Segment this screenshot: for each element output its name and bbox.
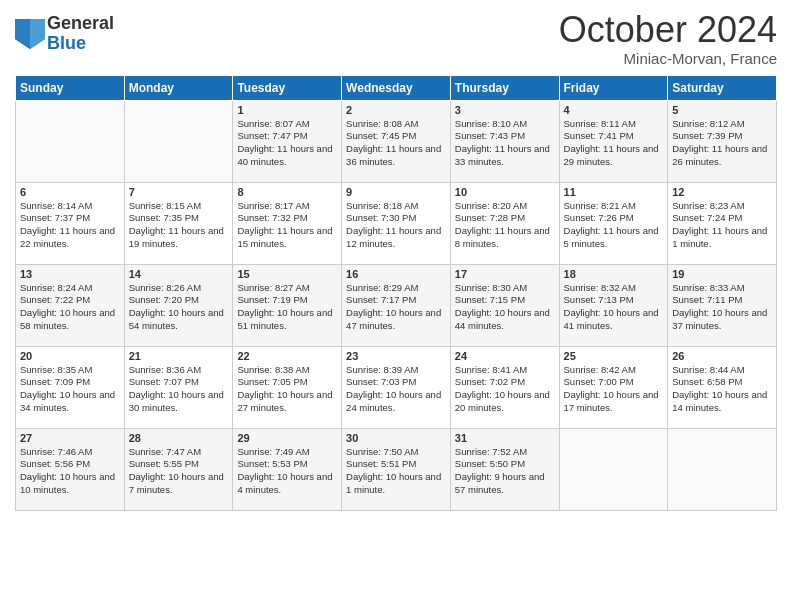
col-friday: Friday: [559, 75, 668, 100]
svg-marker-1: [30, 19, 45, 49]
cell-w0-d3: 2Sunrise: 8:08 AM Sunset: 7:45 PM Daylig…: [342, 100, 451, 182]
cell-info: Sunrise: 8:20 AM Sunset: 7:28 PM Dayligh…: [455, 200, 555, 251]
day-number: 30: [346, 432, 446, 444]
cell-info: Sunrise: 7:49 AM Sunset: 5:53 PM Dayligh…: [237, 446, 337, 497]
cell-info: Sunrise: 8:29 AM Sunset: 7:17 PM Dayligh…: [346, 282, 446, 333]
cell-info: Sunrise: 8:18 AM Sunset: 7:30 PM Dayligh…: [346, 200, 446, 251]
cell-info: Sunrise: 8:38 AM Sunset: 7:05 PM Dayligh…: [237, 364, 337, 415]
cell-w1-d3: 9Sunrise: 8:18 AM Sunset: 7:30 PM Daylig…: [342, 182, 451, 264]
cell-info: Sunrise: 8:14 AM Sunset: 7:37 PM Dayligh…: [20, 200, 120, 251]
cell-info: Sunrise: 8:41 AM Sunset: 7:02 PM Dayligh…: [455, 364, 555, 415]
header: General Blue October 2024 Miniac-Morvan,…: [15, 10, 777, 67]
cell-info: Sunrise: 8:10 AM Sunset: 7:43 PM Dayligh…: [455, 118, 555, 169]
cell-w3-d6: 26Sunrise: 8:44 AM Sunset: 6:58 PM Dayli…: [668, 346, 777, 428]
cell-w3-d2: 22Sunrise: 8:38 AM Sunset: 7:05 PM Dayli…: [233, 346, 342, 428]
cell-w1-d6: 12Sunrise: 8:23 AM Sunset: 7:24 PM Dayli…: [668, 182, 777, 264]
week-row-2: 13Sunrise: 8:24 AM Sunset: 7:22 PM Dayli…: [16, 264, 777, 346]
cell-info: Sunrise: 8:27 AM Sunset: 7:19 PM Dayligh…: [237, 282, 337, 333]
cell-info: Sunrise: 7:47 AM Sunset: 5:55 PM Dayligh…: [129, 446, 229, 497]
cell-info: Sunrise: 8:12 AM Sunset: 7:39 PM Dayligh…: [672, 118, 772, 169]
day-number: 22: [237, 350, 337, 362]
day-number: 16: [346, 268, 446, 280]
cell-info: Sunrise: 8:24 AM Sunset: 7:22 PM Dayligh…: [20, 282, 120, 333]
day-number: 28: [129, 432, 229, 444]
cell-info: Sunrise: 8:21 AM Sunset: 7:26 PM Dayligh…: [564, 200, 664, 251]
cell-w2-d6: 19Sunrise: 8:33 AM Sunset: 7:11 PM Dayli…: [668, 264, 777, 346]
col-monday: Monday: [124, 75, 233, 100]
day-number: 2: [346, 104, 446, 116]
day-number: 21: [129, 350, 229, 362]
cell-w0-d4: 3Sunrise: 8:10 AM Sunset: 7:43 PM Daylig…: [450, 100, 559, 182]
cell-w4-d3: 30Sunrise: 7:50 AM Sunset: 5:51 PM Dayli…: [342, 428, 451, 510]
day-number: 14: [129, 268, 229, 280]
cell-w1-d5: 11Sunrise: 8:21 AM Sunset: 7:26 PM Dayli…: [559, 182, 668, 264]
cell-info: Sunrise: 7:50 AM Sunset: 5:51 PM Dayligh…: [346, 446, 446, 497]
week-row-4: 27Sunrise: 7:46 AM Sunset: 5:56 PM Dayli…: [16, 428, 777, 510]
cell-w2-d3: 16Sunrise: 8:29 AM Sunset: 7:17 PM Dayli…: [342, 264, 451, 346]
week-row-1: 6Sunrise: 8:14 AM Sunset: 7:37 PM Daylig…: [16, 182, 777, 264]
svg-marker-2: [15, 19, 30, 49]
day-number: 25: [564, 350, 664, 362]
header-row: Sunday Monday Tuesday Wednesday Thursday…: [16, 75, 777, 100]
cell-info: Sunrise: 8:17 AM Sunset: 7:32 PM Dayligh…: [237, 200, 337, 251]
day-number: 3: [455, 104, 555, 116]
cell-w1-d1: 7Sunrise: 8:15 AM Sunset: 7:35 PM Daylig…: [124, 182, 233, 264]
cell-w2-d2: 15Sunrise: 8:27 AM Sunset: 7:19 PM Dayli…: [233, 264, 342, 346]
cell-info: Sunrise: 8:26 AM Sunset: 7:20 PM Dayligh…: [129, 282, 229, 333]
day-number: 31: [455, 432, 555, 444]
cell-w4-d6: [668, 428, 777, 510]
day-number: 12: [672, 186, 772, 198]
day-number: 23: [346, 350, 446, 362]
day-number: 18: [564, 268, 664, 280]
cell-info: Sunrise: 7:52 AM Sunset: 5:50 PM Dayligh…: [455, 446, 555, 497]
cell-info: Sunrise: 8:42 AM Sunset: 7:00 PM Dayligh…: [564, 364, 664, 415]
cell-w2-d5: 18Sunrise: 8:32 AM Sunset: 7:13 PM Dayli…: [559, 264, 668, 346]
cell-w1-d4: 10Sunrise: 8:20 AM Sunset: 7:28 PM Dayli…: [450, 182, 559, 264]
location-subtitle: Miniac-Morvan, France: [559, 50, 777, 67]
col-sunday: Sunday: [16, 75, 125, 100]
cell-info: Sunrise: 8:23 AM Sunset: 7:24 PM Dayligh…: [672, 200, 772, 251]
cell-w2-d0: 13Sunrise: 8:24 AM Sunset: 7:22 PM Dayli…: [16, 264, 125, 346]
day-number: 4: [564, 104, 664, 116]
calendar-table: Sunday Monday Tuesday Wednesday Thursday…: [15, 75, 777, 511]
day-number: 27: [20, 432, 120, 444]
cell-info: Sunrise: 7:46 AM Sunset: 5:56 PM Dayligh…: [20, 446, 120, 497]
logo-blue-text: Blue: [47, 34, 114, 54]
cell-info: Sunrise: 8:44 AM Sunset: 6:58 PM Dayligh…: [672, 364, 772, 415]
cell-w0-d0: [16, 100, 125, 182]
cell-w4-d4: 31Sunrise: 7:52 AM Sunset: 5:50 PM Dayli…: [450, 428, 559, 510]
cell-w4-d2: 29Sunrise: 7:49 AM Sunset: 5:53 PM Dayli…: [233, 428, 342, 510]
day-number: 5: [672, 104, 772, 116]
cell-info: Sunrise: 8:30 AM Sunset: 7:15 PM Dayligh…: [455, 282, 555, 333]
cell-info: Sunrise: 8:35 AM Sunset: 7:09 PM Dayligh…: [20, 364, 120, 415]
day-number: 1: [237, 104, 337, 116]
cell-info: Sunrise: 8:07 AM Sunset: 7:47 PM Dayligh…: [237, 118, 337, 169]
day-number: 26: [672, 350, 772, 362]
day-number: 11: [564, 186, 664, 198]
col-wednesday: Wednesday: [342, 75, 451, 100]
cell-w4-d5: [559, 428, 668, 510]
cell-w3-d5: 25Sunrise: 8:42 AM Sunset: 7:00 PM Dayli…: [559, 346, 668, 428]
cell-w1-d2: 8Sunrise: 8:17 AM Sunset: 7:32 PM Daylig…: [233, 182, 342, 264]
week-row-3: 20Sunrise: 8:35 AM Sunset: 7:09 PM Dayli…: [16, 346, 777, 428]
cell-info: Sunrise: 8:36 AM Sunset: 7:07 PM Dayligh…: [129, 364, 229, 415]
logo-icon: [15, 19, 45, 49]
cell-info: Sunrise: 8:08 AM Sunset: 7:45 PM Dayligh…: [346, 118, 446, 169]
page: General Blue October 2024 Miniac-Morvan,…: [0, 0, 792, 612]
day-number: 19: [672, 268, 772, 280]
cell-info: Sunrise: 8:15 AM Sunset: 7:35 PM Dayligh…: [129, 200, 229, 251]
cell-w2-d4: 17Sunrise: 8:30 AM Sunset: 7:15 PM Dayli…: [450, 264, 559, 346]
cell-w0-d1: [124, 100, 233, 182]
title-section: October 2024 Miniac-Morvan, France: [559, 10, 777, 67]
cell-w4-d1: 28Sunrise: 7:47 AM Sunset: 5:55 PM Dayli…: [124, 428, 233, 510]
day-number: 8: [237, 186, 337, 198]
col-tuesday: Tuesday: [233, 75, 342, 100]
col-saturday: Saturday: [668, 75, 777, 100]
cell-w3-d4: 24Sunrise: 8:41 AM Sunset: 7:02 PM Dayli…: [450, 346, 559, 428]
day-number: 17: [455, 268, 555, 280]
cell-w0-d2: 1Sunrise: 8:07 AM Sunset: 7:47 PM Daylig…: [233, 100, 342, 182]
logo-text: General Blue: [47, 14, 114, 54]
cell-w0-d5: 4Sunrise: 8:11 AM Sunset: 7:41 PM Daylig…: [559, 100, 668, 182]
day-number: 29: [237, 432, 337, 444]
cell-w3-d0: 20Sunrise: 8:35 AM Sunset: 7:09 PM Dayli…: [16, 346, 125, 428]
